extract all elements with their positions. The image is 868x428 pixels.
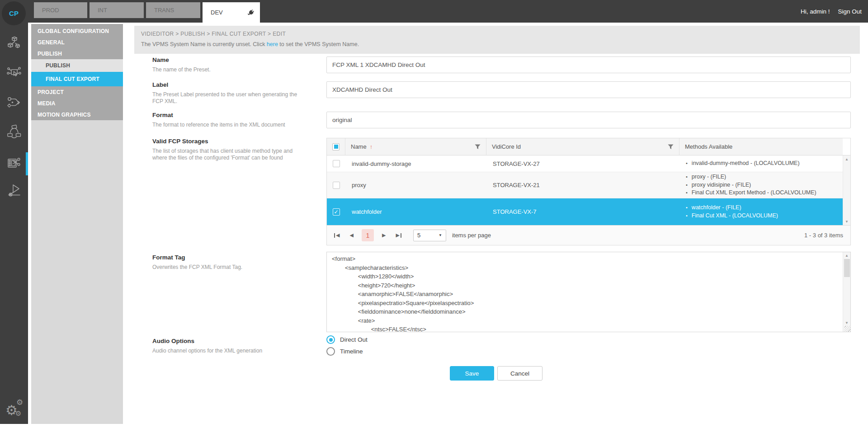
modules-icon[interactable] bbox=[6, 36, 22, 51]
tab-dev[interactable]: DEV bbox=[203, 2, 260, 23]
audio-option-direct-out[interactable]: Direct Out bbox=[326, 335, 368, 344]
sidebar-item-general[interactable]: GENERAL bbox=[31, 37, 123, 48]
config-sidebar: GLOBAL CONFIGURATION GENERAL PUBLISH PUB… bbox=[31, 24, 123, 424]
pager-current-page[interactable]: 1 bbox=[362, 229, 374, 241]
video-editor-icon[interactable] bbox=[6, 155, 22, 171]
row-checkbox[interactable] bbox=[333, 182, 340, 189]
app-rail: ⚙ ⚙ ⚙ bbox=[0, 23, 28, 424]
storages-label: Valid FCP Storages bbox=[152, 138, 304, 145]
cancel-button[interactable]: Cancel bbox=[497, 366, 542, 381]
environment-tabs: PROD INT TRANS DEV bbox=[34, 2, 260, 23]
info-panel: VIDIEDITOR > PUBLISH > FINAL CUT EXPORT … bbox=[134, 26, 860, 54]
device-config-icon[interactable] bbox=[6, 65, 22, 80]
tab-trans[interactable]: TRANS bbox=[146, 2, 200, 18]
label-field-group: Label The Preset Label presented to the … bbox=[152, 81, 304, 105]
radio-unselected-icon[interactable] bbox=[326, 347, 335, 356]
grid-header-row: Name ↑ VidiCore Id Methods Available bbox=[327, 138, 850, 155]
audio-options-label: Audio Options bbox=[152, 338, 304, 344]
top-bar: PROD INT TRANS DEV Hi, admin ! Sign Out bbox=[0, 0, 868, 23]
method-item: •Final Cut XML Export Method - (LOCALVOL… bbox=[686, 189, 816, 197]
format-tag-editor[interactable]: <format> <samplecharacteristics> <width>… bbox=[326, 252, 851, 332]
method-item: •watchfolder - (FILE) bbox=[686, 204, 741, 212]
sidebar-item-global-configuration[interactable]: GLOBAL CONFIGURATION bbox=[31, 25, 123, 37]
label-label: Label bbox=[152, 81, 304, 88]
scroll-up-icon[interactable]: ▲ bbox=[843, 254, 850, 258]
format-tag-label: Format Tag bbox=[152, 254, 304, 261]
scroll-up-icon[interactable]: ▲ bbox=[843, 157, 850, 161]
format-field-group: Format The format to reference the items… bbox=[152, 112, 304, 128]
sidebar-item-motion-graphics[interactable]: MOTION GRAPHICS bbox=[31, 109, 123, 120]
column-header-vidicore-id[interactable]: VidiCore Id bbox=[486, 138, 679, 155]
format-tag-desc: Overwrites the FCP XML Format Tag. bbox=[152, 264, 304, 271]
storage-name: proxy bbox=[345, 172, 486, 198]
scrollbar-thumb[interactable] bbox=[844, 259, 850, 277]
save-button[interactable]: Save bbox=[450, 366, 494, 381]
pager-first-button[interactable]: ◀ bbox=[334, 232, 340, 238]
storages-grid: Name ↑ VidiCore Id Methods Available inv… bbox=[326, 138, 851, 226]
row-checkbox-checked[interactable]: ✓ bbox=[333, 208, 340, 216]
collaboration-icon[interactable] bbox=[6, 124, 22, 139]
grid-body: invalid-dummy-storage STORAGE-VX-27 •inv… bbox=[327, 155, 850, 226]
tab-int[interactable]: INT bbox=[90, 2, 144, 18]
name-desc: The name of the Preset. bbox=[152, 66, 304, 73]
pager-next-button[interactable]: ▶ bbox=[382, 232, 386, 238]
sort-asc-icon: ↑ bbox=[370, 143, 373, 150]
table-row-selected[interactable]: ✓ watchfolder STORAGE-VX-7 •watchfolder … bbox=[327, 198, 843, 226]
editor-scrollbar[interactable]: ▲ ▼ bbox=[843, 252, 850, 332]
settings-gears-icon[interactable]: ⚙ ⚙ ⚙ bbox=[3, 398, 26, 421]
table-row[interactable]: proxy STORAGE-VX-21 •proxy - (FILE) •pro… bbox=[327, 172, 843, 198]
method-item: •proxy vidisipine - (FILE) bbox=[686, 181, 751, 189]
column-header-methods[interactable]: Methods Available bbox=[679, 138, 843, 155]
resize-grip[interactable] bbox=[844, 326, 850, 332]
storage-vidicore-id: STORAGE-VX-27 bbox=[486, 155, 679, 172]
breadcrumb: VIDIEDITOR > PUBLISH > FINAL CUT EXPORT … bbox=[134, 26, 860, 37]
design-tools-icon[interactable] bbox=[6, 183, 22, 198]
name-label: Name bbox=[152, 56, 304, 63]
scroll-down-icon[interactable]: ▼ bbox=[843, 321, 850, 325]
row-checkbox[interactable] bbox=[333, 160, 340, 167]
sidebar-item-media[interactable]: MEDIA bbox=[31, 98, 123, 109]
select-all-cell bbox=[327, 138, 345, 155]
label-desc: The Preset Label presented to the user w… bbox=[152, 91, 304, 105]
items-per-page-label: items per page bbox=[452, 232, 491, 239]
user-greeting: Hi, admin ! bbox=[801, 8, 830, 15]
label-input[interactable] bbox=[326, 81, 851, 98]
sidebar-item-publish-sub[interactable]: PUBLISH bbox=[31, 59, 123, 72]
audio-option-timeline[interactable]: Timeline bbox=[326, 347, 363, 356]
storage-vidicore-id: STORAGE-VX-7 bbox=[486, 198, 679, 225]
table-row[interactable]: invalid-dummy-storage STORAGE-VX-27 •inv… bbox=[327, 155, 843, 172]
filter-icon-name[interactable] bbox=[475, 144, 481, 150]
workflow-icon[interactable] bbox=[6, 95, 22, 110]
sidebar-item-project[interactable]: PROJECT bbox=[31, 86, 123, 98]
grid-scrollbar[interactable]: ▲ ▼ bbox=[843, 155, 850, 226]
tab-prod[interactable]: PROD bbox=[34, 2, 87, 18]
sidebar-item-publish[interactable]: PUBLISH bbox=[31, 48, 123, 59]
scroll-down-icon[interactable]: ▼ bbox=[843, 220, 850, 224]
storages-desc: The list of storages that has client usa… bbox=[152, 148, 304, 161]
name-input[interactable] bbox=[326, 56, 851, 73]
storages-field-group: Valid FCP Storages The list of storages … bbox=[152, 138, 304, 161]
format-tag-field-group: Format Tag Overwrites the FCP XML Format… bbox=[152, 254, 304, 271]
storage-vidicore-id: STORAGE-VX-21 bbox=[486, 172, 679, 198]
filter-icon-vidicore-id[interactable] bbox=[668, 144, 674, 150]
radio-selected-icon[interactable] bbox=[326, 335, 335, 344]
select-all-checkbox[interactable] bbox=[332, 143, 340, 151]
app-logo[interactable]: CP bbox=[2, 1, 26, 25]
config-menu: GLOBAL CONFIGURATION GENERAL PUBLISH PUB… bbox=[31, 24, 123, 120]
select-arrow-icon: ▼ bbox=[439, 233, 442, 237]
name-field-group: Name The name of the Preset. bbox=[152, 56, 304, 73]
pager-prev-button[interactable]: ◀ bbox=[349, 232, 353, 238]
method-item: •Final Cut XML - (LOCALVOLUME) bbox=[686, 212, 778, 220]
main-content: VIDIEDITOR > PUBLISH > FINAL CUT EXPORT … bbox=[123, 23, 868, 424]
sidebar-item-final-cut-export[interactable]: FINAL CUT EXPORT bbox=[31, 72, 123, 86]
method-item: •proxy - (FILE) bbox=[686, 173, 726, 181]
vpms-notice: The VPMS System Name is currently unset.… bbox=[134, 37, 860, 47]
pager-last-button[interactable]: ▶ bbox=[396, 232, 401, 238]
format-input[interactable] bbox=[326, 112, 851, 128]
format-tag-content[interactable]: <format> <samplecharacteristics> <width>… bbox=[327, 252, 850, 332]
vpms-here-link[interactable]: here bbox=[267, 41, 278, 47]
page-size-select[interactable]: 5 ▼ bbox=[413, 230, 446, 241]
sign-out-link[interactable]: Sign Out bbox=[838, 8, 862, 15]
audio-options-desc: Audio channel options for the XML genera… bbox=[152, 348, 304, 354]
column-header-name[interactable]: Name ↑ bbox=[345, 138, 486, 155]
